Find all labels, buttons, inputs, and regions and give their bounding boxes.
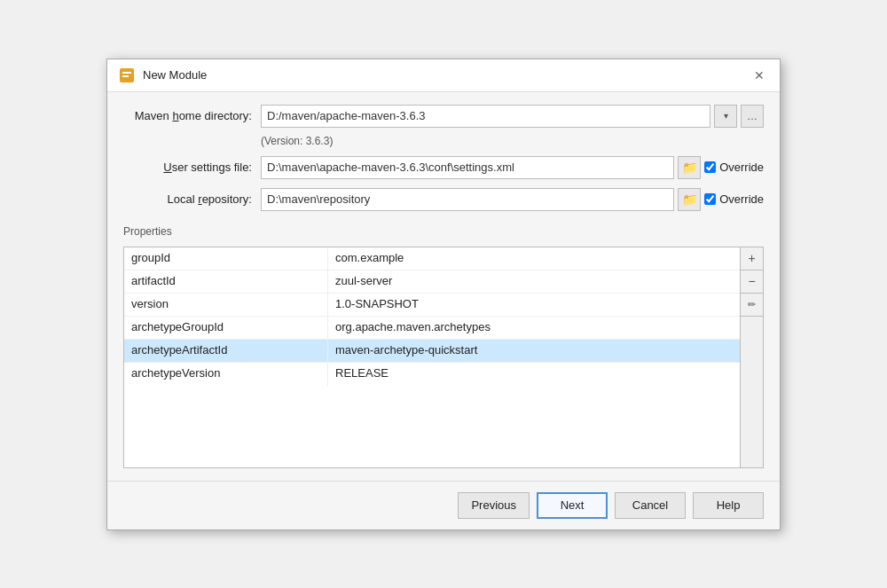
local-repo-input-group: 📁 Override bbox=[261, 188, 764, 211]
prop-value: zuul-server bbox=[328, 270, 740, 293]
dialog-footer: Previous Next Cancel Help bbox=[107, 481, 780, 529]
user-settings-override-group: Override bbox=[704, 161, 764, 174]
local-repo-row: Local repository: 📁 Override bbox=[123, 188, 764, 211]
dialog-title: New Module bbox=[143, 68, 207, 82]
prop-key: groupId bbox=[124, 247, 328, 270]
local-repo-override-label: Override bbox=[719, 192, 764, 206]
table-row[interactable]: archetypeVersion RELEASE bbox=[124, 363, 740, 386]
local-repo-browse-button[interactable]: 📁 bbox=[678, 188, 701, 211]
remove-property-button[interactable]: − bbox=[741, 270, 763, 294]
table-row[interactable]: archetypeArtifactId maven-archetype-quic… bbox=[124, 340, 740, 363]
user-settings-input[interactable] bbox=[261, 156, 674, 179]
cancel-button[interactable]: Cancel bbox=[615, 492, 686, 519]
properties-table: groupId com.example artifactId zuul-serv… bbox=[124, 247, 740, 467]
close-button[interactable]: ✕ bbox=[750, 67, 769, 83]
user-settings-label: User settings file: bbox=[123, 161, 252, 174]
prop-key: version bbox=[124, 294, 328, 316]
dialog-icon bbox=[118, 67, 136, 84]
user-settings-row: User settings file: 📁 Override bbox=[123, 156, 764, 179]
local-repo-override-checkbox[interactable] bbox=[704, 193, 716, 205]
properties-container: groupId com.example artifactId zuul-serv… bbox=[123, 247, 764, 468]
user-settings-input-group: 📁 Override bbox=[261, 156, 764, 179]
previous-button[interactable]: Previous bbox=[458, 492, 530, 519]
title-bar-left: New Module bbox=[118, 67, 207, 84]
maven-home-row: Maven home directory: ▾ … bbox=[123, 105, 764, 128]
maven-home-dropdown-button[interactable]: ▾ bbox=[714, 105, 737, 128]
table-row[interactable]: archetypeGroupId org.apache.maven.archet… bbox=[124, 317, 740, 340]
prop-value: org.apache.maven.archetypes bbox=[328, 317, 740, 339]
maven-home-label: Maven home directory: bbox=[123, 109, 252, 122]
local-repo-label: Local repository: bbox=[123, 192, 252, 206]
properties-section-label: Properties bbox=[123, 225, 764, 238]
prop-value: RELEASE bbox=[328, 363, 740, 386]
table-row[interactable]: version 1.0-SNAPSHOT bbox=[124, 294, 740, 317]
user-settings-override-label: Override bbox=[719, 161, 764, 174]
prop-actions-panel: + − ✏ bbox=[740, 247, 763, 467]
maven-home-input-group: ▾ … bbox=[261, 105, 764, 128]
version-hint: (Version: 3.6.3) bbox=[261, 135, 764, 147]
prop-key: archetypeArtifactId bbox=[124, 340, 328, 362]
prop-value: 1.0-SNAPSHOT bbox=[328, 294, 740, 316]
help-button[interactable]: Help bbox=[693, 492, 764, 519]
add-property-button[interactable]: + bbox=[741, 247, 763, 270]
local-repo-input[interactable] bbox=[261, 188, 674, 211]
dialog-content: Maven home directory: ▾ … (Version: 3.6.… bbox=[107, 92, 780, 481]
user-settings-browse-button[interactable]: 📁 bbox=[678, 156, 701, 179]
table-row[interactable]: groupId com.example bbox=[124, 247, 740, 270]
local-repo-override-group: Override bbox=[704, 192, 764, 206]
prop-key: archetypeVersion bbox=[124, 363, 328, 386]
prop-value: maven-archetype-quickstart bbox=[328, 340, 740, 362]
table-row[interactable]: artifactId zuul-server bbox=[124, 270, 740, 294]
maven-home-input[interactable] bbox=[261, 105, 710, 128]
svg-rect-2 bbox=[122, 75, 129, 77]
prop-key: archetypeGroupId bbox=[124, 317, 328, 339]
user-settings-override-checkbox[interactable] bbox=[704, 161, 716, 173]
title-bar: New Module ✕ bbox=[107, 59, 780, 92]
maven-home-browse-button[interactable]: … bbox=[741, 105, 764, 128]
next-button[interactable]: Next bbox=[537, 492, 608, 519]
edit-property-button[interactable]: ✏ bbox=[741, 294, 763, 317]
prop-key: artifactId bbox=[124, 270, 328, 293]
prop-value: com.example bbox=[328, 247, 740, 270]
new-module-dialog: New Module ✕ Maven home directory: ▾ … (… bbox=[106, 59, 781, 530]
svg-rect-1 bbox=[122, 72, 131, 74]
